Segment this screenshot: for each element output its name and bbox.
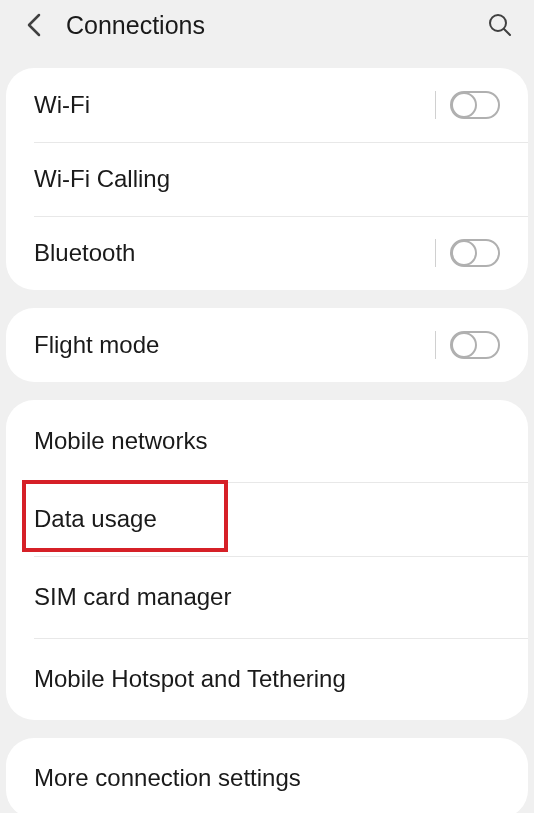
label-wifi-calling: Wi-Fi Calling	[34, 165, 500, 193]
row-wifi[interactable]: Wi-Fi	[6, 68, 528, 142]
row-wifi-calling[interactable]: Wi-Fi Calling	[6, 142, 528, 216]
label-data-usage: Data usage	[34, 505, 500, 533]
label-mobile-networks: Mobile networks	[34, 427, 500, 455]
group-flight: Flight mode	[6, 308, 528, 382]
label-more-connection: More connection settings	[34, 764, 500, 792]
back-button[interactable]	[20, 11, 48, 39]
row-flight-mode[interactable]: Flight mode	[6, 308, 528, 382]
toggle-flight-mode[interactable]	[450, 331, 500, 359]
page-title: Connections	[66, 11, 486, 40]
separator	[435, 239, 436, 267]
svg-line-1	[504, 29, 510, 35]
row-mobile-networks[interactable]: Mobile networks	[6, 400, 528, 482]
group-mobile: Mobile networks Data usage SIM card mana…	[6, 400, 528, 720]
label-wifi: Wi-Fi	[34, 91, 435, 119]
toggle-wrap	[435, 239, 500, 267]
toggle-wrap	[435, 331, 500, 359]
group-connections: Wi-Fi Wi-Fi Calling Bluetooth	[6, 68, 528, 290]
row-data-usage[interactable]: Data usage	[6, 482, 528, 556]
toggle-knob	[451, 332, 477, 358]
label-flight-mode: Flight mode	[34, 331, 435, 359]
row-sim-manager[interactable]: SIM card manager	[6, 556, 528, 638]
row-more-connection[interactable]: More connection settings	[6, 738, 528, 813]
search-button[interactable]	[486, 11, 514, 39]
toggle-knob	[451, 240, 477, 266]
row-bluetooth[interactable]: Bluetooth	[6, 216, 528, 290]
label-sim-manager: SIM card manager	[34, 583, 500, 611]
group-more: More connection settings	[6, 738, 528, 813]
chevron-left-icon	[25, 11, 43, 39]
separator	[435, 331, 436, 359]
toggle-bluetooth[interactable]	[450, 239, 500, 267]
separator	[435, 91, 436, 119]
header: Connections	[0, 0, 534, 50]
label-bluetooth: Bluetooth	[34, 239, 435, 267]
search-icon	[487, 12, 513, 38]
label-hotspot: Mobile Hotspot and Tethering	[34, 665, 500, 693]
toggle-knob	[451, 92, 477, 118]
row-hotspot[interactable]: Mobile Hotspot and Tethering	[6, 638, 528, 720]
toggle-wifi[interactable]	[450, 91, 500, 119]
toggle-wrap	[435, 91, 500, 119]
